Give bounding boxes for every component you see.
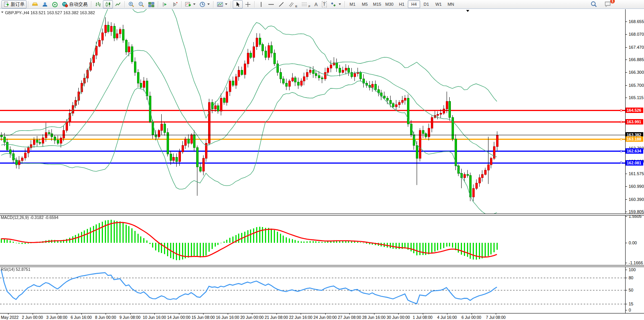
fibonacci-tool-button[interactable]: F [299,0,312,8]
hline-endpoint[interactable] [620,138,622,140]
hline-endpoint[interactable] [620,162,622,164]
price-line-badge: 163.991 [626,119,643,124]
signal-icon [52,1,58,7]
price-axis-tick: 165.115 [629,95,644,100]
text-tool-button[interactable]: A [312,0,320,8]
text-label-tool-button[interactable]: T [320,0,329,8]
timeframe-button-M1[interactable]: M1 [346,0,359,8]
one-click-trading-toggle[interactable] [1,12,3,13]
fibonacci-subscript: F [308,5,310,8]
chart-window: GBPJPY-,H4 163.521 163.527 163.382 163.3… [0,9,644,320]
time-axis-label: 10 Jun 16:00 [143,315,166,320]
community-button[interactable] [40,0,50,8]
timeframe-button-W1[interactable]: W1 [432,0,445,8]
price-axis[interactable]: 168.655168.070167.470166.885166.300165.7… [625,9,644,313]
hline-endpoint[interactable] [620,150,622,152]
price-axis-tick: 167.470 [629,45,644,50]
arrows-tool-button[interactable] [329,0,343,8]
chevron-down-icon [193,3,195,5]
horizontal-line-tool-button[interactable] [266,0,276,8]
vertical-line-tool-button[interactable] [256,0,266,8]
zoom-out-button[interactable] [136,0,146,8]
rsi-pane-canvas[interactable] [0,266,625,313]
price-axis-tick: 160.390 [629,197,644,202]
bar-chart-button[interactable] [93,0,103,8]
timeframe-button-MN[interactable]: MN [445,0,457,8]
separator [158,1,158,8]
timeframe-button-H1[interactable]: H1 [396,0,408,8]
new-order-icon [3,1,10,7]
price-axis-tick: 100 [629,267,636,272]
line-chart-button[interactable] [113,0,123,8]
auto-trading-label: 自动交易 [69,1,88,8]
new-order-button[interactable]: 新订单 [2,0,26,8]
tile-windows-button[interactable] [146,0,156,8]
indicators-button[interactable] [183,0,197,8]
separator [181,1,182,8]
notifications-button[interactable]: 1 [603,0,613,8]
time-axis-label: 28 Jun 16:00 [362,315,386,320]
separator [91,1,91,8]
chart-shift-button[interactable] [170,0,180,8]
trendline-tool-button[interactable] [276,0,286,8]
crosshair-tool-button[interactable] [243,0,253,8]
time-axis-tick [33,313,33,315]
separator [344,1,345,8]
auto-scroll-button[interactable] [160,0,170,8]
periods-button[interactable] [197,0,212,8]
time-axis-tick [203,313,204,315]
zoom-in-button[interactable] [126,0,136,8]
zoom-out-icon [138,1,144,7]
search-button[interactable] [589,0,599,8]
separator [28,1,28,8]
signal-button[interactable] [50,0,60,8]
timeframe-group: M1M5M15M30H1H4D1W1MN [346,0,457,8]
time-axis-tick [57,313,57,315]
templates-icon [217,1,223,7]
time-axis-tick [325,313,326,315]
time-axis-tick [81,313,82,315]
macd-pane-canvas[interactable] [0,215,625,265]
candlestick-button[interactable] [103,0,113,8]
gold-bar-icon [32,1,38,7]
timeframe-button-M15[interactable]: M15 [371,0,383,8]
hline-endpoint[interactable] [620,121,622,123]
notification-badge: 1 [610,0,615,3]
time-axis-tick [447,313,447,315]
chart-shift-marker[interactable] [466,10,469,12]
chart-shift-icon [172,1,178,7]
time-axis-tick [276,313,277,315]
toolbar-right-icons: 1 [589,0,613,8]
equidistant-channel-tool-button[interactable]: E [286,0,299,8]
macd-indicator-label: MACD(12,26,9) -0.3182 -0.6594 [1,215,58,220]
main-chart-canvas[interactable] [0,9,625,214]
pane-separator[interactable] [0,214,644,216]
price-axis-tick: 80 [629,275,633,280]
pane-separator[interactable] [0,265,644,267]
price-axis-tick: 166.300 [629,70,644,75]
time-axis-label: 27 Jun 08:00 [338,315,361,320]
timeframe-button-M5[interactable]: M5 [359,0,371,8]
time-axis-tick [472,313,472,315]
text-tool-icon: A [314,2,318,7]
time-axis-tick [252,313,252,315]
time-axis[interactable]: 1 May 20222 Jun 00:003 Jun 08:006 Jun 16… [0,313,644,320]
timeframe-button-D1[interactable]: D1 [420,0,432,8]
auto-trading-button[interactable]: 自动交易 [60,0,89,8]
time-axis-label: 1 Jul 08:00 [413,315,432,320]
separator [254,1,255,8]
time-axis-label: 3 Jun 08:00 [46,315,68,320]
auto-scroll-icon [162,1,168,7]
templates-button[interactable] [215,0,229,8]
timeframe-button-H4[interactable]: H4 [408,0,420,8]
time-axis-tick [301,313,301,315]
candlestick-icon [105,1,111,7]
timeframe-button-M30[interactable]: M30 [383,0,396,8]
gold-button[interactable] [30,0,40,8]
hline-endpoint[interactable] [620,109,622,111]
chevron-down-icon [225,3,227,5]
separator [231,1,231,8]
cursor-tool-button[interactable] [233,0,243,8]
clock-icon [199,1,205,7]
channel-subscript: E [295,5,297,8]
